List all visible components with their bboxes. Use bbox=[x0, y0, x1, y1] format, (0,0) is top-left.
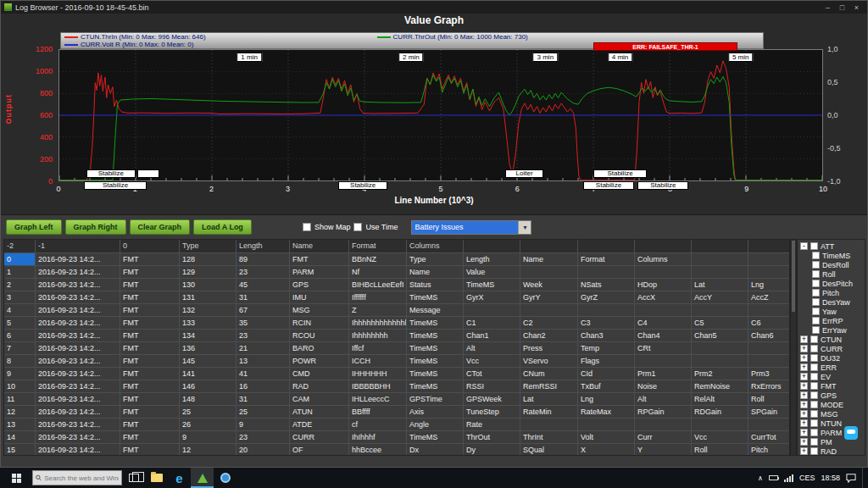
table-cell[interactable]: FMT bbox=[120, 330, 180, 341]
table-cell[interactable]: 16 bbox=[236, 380, 290, 392]
file-explorer-icon[interactable] bbox=[145, 468, 168, 488]
column-header[interactable]: Format bbox=[349, 240, 407, 252]
checkbox[interactable] bbox=[810, 345, 818, 352]
table-cell[interactable]: TimeMS bbox=[407, 431, 464, 443]
table-cell[interactable]: GPSTime bbox=[407, 393, 464, 405]
table-cell[interactable]: 2016-09-23 14:2... bbox=[36, 406, 120, 418]
checkbox[interactable] bbox=[810, 336, 818, 343]
expand-icon[interactable]: + bbox=[800, 363, 808, 371]
expand-icon[interactable]: + bbox=[800, 410, 808, 418]
table-cell[interactable]: 12 bbox=[4, 406, 36, 418]
table-cell[interactable]: PARM bbox=[290, 266, 349, 278]
column-header[interactable]: Type bbox=[180, 240, 236, 252]
table-cell[interactable] bbox=[748, 419, 790, 430]
table-cell[interactable]: AccZ bbox=[748, 291, 790, 303]
table-cell[interactable]: FMT bbox=[120, 368, 180, 380]
table-cell[interactable]: 8 bbox=[4, 355, 36, 367]
table-cell[interactable]: 131 bbox=[180, 291, 236, 303]
table-cell[interactable]: Length bbox=[464, 253, 520, 265]
table-cell[interactable] bbox=[578, 304, 635, 316]
table-cell[interactable]: Ihhhhhhhhhhhhhh bbox=[349, 317, 407, 329]
table-cell[interactable]: 3 bbox=[4, 291, 36, 303]
table-cell[interactable]: Iffffff bbox=[349, 291, 407, 303]
table-cell[interactable]: 31 bbox=[236, 291, 290, 303]
table-cell[interactable]: C6 bbox=[748, 317, 790, 329]
checkbox[interactable] bbox=[812, 261, 820, 269]
table-cell[interactable]: X bbox=[578, 444, 635, 456]
table-cell[interactable]: RCOU bbox=[290, 330, 349, 341]
table-cell[interactable]: TimeMS bbox=[407, 330, 464, 341]
table-cell[interactable]: POWR bbox=[290, 355, 349, 367]
use-time-checkbox[interactable]: Use Time bbox=[353, 223, 398, 231]
tree-item-yaw[interactable]: Yaw bbox=[798, 307, 865, 316]
table-cell[interactable]: Noise bbox=[635, 380, 692, 392]
table-cell[interactable]: Roll bbox=[692, 444, 748, 456]
table-cell[interactable]: 136 bbox=[180, 342, 236, 354]
table-cell[interactable] bbox=[692, 266, 748, 278]
checkbox[interactable] bbox=[812, 326, 820, 334]
table-cell[interactable]: RelAlt bbox=[692, 393, 748, 405]
table-cell[interactable]: FMT bbox=[290, 253, 349, 265]
network-icon[interactable] bbox=[784, 474, 793, 482]
table-cell[interactable]: Flags bbox=[578, 355, 635, 367]
table-cell[interactable]: ThrOut bbox=[464, 431, 520, 443]
table-cell[interactable]: 2016-09-23 14:2... bbox=[36, 393, 120, 405]
table-cell[interactable]: Lat bbox=[520, 393, 578, 405]
checkbox-box[interactable] bbox=[353, 223, 362, 231]
table-cell[interactable]: 2016-09-23 14:2... bbox=[36, 355, 120, 367]
table-cell[interactable]: GyrZ bbox=[578, 291, 635, 303]
column-header[interactable] bbox=[578, 240, 635, 252]
table-cell[interactable]: 0 bbox=[4, 253, 36, 265]
table-cell[interactable]: Chan6 bbox=[748, 330, 790, 341]
checkbox[interactable] bbox=[810, 373, 818, 380]
table-cell[interactable]: TimeMS bbox=[464, 279, 520, 291]
table-cell[interactable]: 9 bbox=[4, 368, 36, 380]
table-cell[interactable] bbox=[748, 342, 790, 354]
table-cell[interactable]: 128 bbox=[180, 253, 236, 265]
taskbar-search[interactable] bbox=[32, 470, 122, 485]
checkbox[interactable] bbox=[812, 270, 820, 278]
checkbox[interactable] bbox=[810, 382, 818, 390]
expand-icon[interactable]: + bbox=[800, 382, 808, 390]
tree-item-fmt[interactable]: +FMT bbox=[798, 381, 865, 391]
edge-browser-icon[interactable]: e bbox=[168, 468, 191, 488]
table-cell[interactable]: TuneStep bbox=[464, 406, 520, 418]
tree-item-mode[interactable]: +MODE bbox=[798, 400, 865, 409]
table-cell[interactable]: Chan5 bbox=[692, 330, 748, 341]
table-cell[interactable]: FMT bbox=[120, 291, 180, 303]
checkbox[interactable] bbox=[810, 391, 818, 399]
table-cell[interactable]: ATUN bbox=[290, 406, 349, 418]
tree-item-desyaw[interactable]: DesYaw bbox=[798, 297, 865, 307]
tree-item-ctun[interactable]: +CTUN bbox=[798, 335, 865, 344]
checkbox[interactable] bbox=[810, 354, 818, 362]
table-cell[interactable]: Week bbox=[520, 279, 578, 291]
expand-icon[interactable]: + bbox=[800, 401, 808, 408]
table-cell[interactable]: C4 bbox=[635, 317, 692, 329]
table-cell[interactable] bbox=[520, 266, 578, 278]
table-cell[interactable]: NSats bbox=[578, 279, 635, 291]
graph-left-button[interactable]: Graph Left bbox=[6, 219, 62, 235]
table-cell[interactable]: 2 bbox=[4, 279, 36, 291]
show-map-checkbox[interactable]: Show Map bbox=[303, 223, 351, 231]
clock[interactable]: 18:58 bbox=[821, 474, 840, 482]
table-cell[interactable]: VServo bbox=[520, 355, 578, 367]
table-cell[interactable] bbox=[520, 419, 578, 430]
expand-icon[interactable]: + bbox=[800, 429, 808, 436]
language-indicator[interactable]: CES bbox=[799, 474, 815, 482]
table-cell[interactable]: Angle bbox=[407, 419, 464, 430]
table-cell[interactable]: 2016-09-23 14:2... bbox=[36, 419, 120, 430]
table-cell[interactable] bbox=[692, 419, 748, 430]
table-cell[interactable]: Prm1 bbox=[635, 368, 692, 380]
table-cell[interactable]: Name bbox=[407, 266, 464, 278]
table-cell[interactable]: FMT bbox=[120, 431, 180, 443]
table-cell[interactable]: Press bbox=[520, 342, 578, 354]
expand-icon[interactable]: + bbox=[800, 391, 808, 399]
table-cell[interactable]: 10 bbox=[4, 380, 36, 392]
table-cell[interactable]: GyrY bbox=[520, 291, 578, 303]
table-cell[interactable] bbox=[578, 266, 635, 278]
table-cell[interactable]: Ihhhhhhhh bbox=[349, 330, 407, 341]
action-center-icon[interactable] bbox=[846, 474, 856, 483]
table-cell[interactable]: Prm3 bbox=[748, 368, 790, 380]
checkbox-box[interactable] bbox=[303, 223, 311, 231]
table-cell[interactable]: Alt bbox=[635, 393, 692, 405]
